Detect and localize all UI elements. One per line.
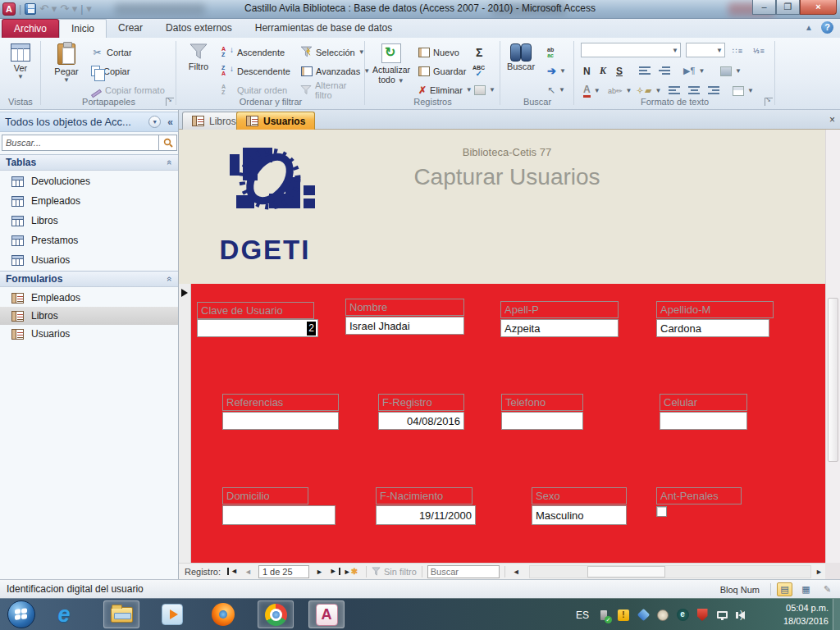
close-button[interactable]: × <box>800 0 837 15</box>
start-button[interactable] <box>3 600 39 628</box>
referencias-input[interactable] <box>222 412 339 430</box>
descendente-button[interactable]: ZA↓ Descendente <box>219 62 293 80</box>
apell-p-input[interactable] <box>500 319 619 337</box>
tab-datos-externos[interactable]: Datos externos <box>154 19 244 38</box>
seleccion-button[interactable]: Selección ▼ <box>298 43 368 61</box>
taskbar-chrome[interactable] <box>258 600 294 628</box>
font-size-select[interactable]: ▼ <box>686 43 725 57</box>
nav-search-input[interactable] <box>2 135 159 151</box>
copiar-formato-button[interactable]: Copiar formato <box>89 81 167 98</box>
dialog-launcher-icon[interactable] <box>166 98 174 106</box>
show-desktop-button[interactable] <box>833 599 840 630</box>
restore-button[interactable]: ❐ <box>776 0 800 15</box>
collapse-section-icon[interactable]: « <box>165 160 175 165</box>
first-record-button[interactable]: ◄ <box>227 568 241 575</box>
tab-archivo[interactable]: Archivo <box>2 19 59 38</box>
last-record-button[interactable]: ► <box>326 568 340 575</box>
collapse-section-icon[interactable]: « <box>165 276 175 281</box>
numbering-button[interactable]: ⅓≡ <box>751 43 768 60</box>
sync-icon[interactable] <box>637 609 650 622</box>
nav-pane-menu-icon[interactable]: ▼ <box>148 116 161 128</box>
quitar-orden-button[interactable]: AZ Quitar orden <box>219 81 290 98</box>
tab-crear[interactable]: Crear <box>107 19 154 38</box>
horizontal-scrollbar-thumb[interactable] <box>587 566 665 578</box>
record-search-input[interactable] <box>427 565 500 578</box>
filter-status[interactable]: Sin filtro <box>372 567 417 577</box>
new-record-button[interactable]: ►✱ <box>340 567 361 576</box>
copiar-button[interactable]: Copiar <box>89 62 132 80</box>
network-icon[interactable] <box>715 609 728 622</box>
italic-button[interactable]: K <box>597 62 609 80</box>
datasheet-view-button[interactable]: ▦ <box>798 582 814 596</box>
clave-input[interactable]: 2 <box>197 319 318 337</box>
horizontal-scrollbar[interactable] <box>529 565 811 578</box>
warning-icon[interactable]: ! <box>617 609 630 622</box>
bullets-button[interactable]: ∷≡ <box>730 43 746 60</box>
seleccionar-button[interactable]: ↖ ▼ <box>545 81 568 98</box>
underline-button[interactable]: S <box>614 62 625 80</box>
section-header-formularios[interactable]: Formularios « <box>0 271 178 287</box>
usb-device-icon[interactable]: ✓ <box>597 609 610 622</box>
pegar-button[interactable]: Pegar ▼ <box>48 41 85 95</box>
avanzadas-button[interactable]: Avanzadas ▼ <box>298 62 372 80</box>
telefono-input[interactable] <box>501 412 583 430</box>
sidebar-item-usuarios-tabla[interactable]: Usuarios <box>0 251 178 269</box>
tray-app-icon[interactable] <box>656 609 669 622</box>
volume-icon[interactable] <box>735 609 748 622</box>
nuevo-button[interactable]: Nuevo <box>416 43 462 61</box>
form-view-button[interactable]: ▤ <box>777 582 792 596</box>
nombre-input[interactable] <box>345 317 464 335</box>
record-position-box[interactable]: 1 de 25 <box>258 565 309 578</box>
taskbar-internet-explorer[interactable]: e <box>46 600 82 628</box>
domicilio-input[interactable] <box>222 505 336 525</box>
minimize-ribbon-icon[interactable]: ▲ <box>805 23 813 32</box>
design-view-button[interactable]: ✎ <box>819 582 835 596</box>
sidebar-item-usuarios-form[interactable]: Usuarios <box>0 325 178 343</box>
ver-button[interactable]: Ver ▼ <box>2 41 39 95</box>
ascendente-button[interactable]: AZ↓ Ascendente <box>219 43 287 61</box>
shutter-close-icon[interactable]: « <box>167 116 173 128</box>
language-indicator[interactable]: ES <box>576 609 589 621</box>
buscar-button[interactable]: Buscar <box>502 41 540 95</box>
increase-indent-button[interactable] <box>656 62 673 80</box>
sexo-input[interactable] <box>532 505 627 525</box>
dialog-launcher-icon[interactable] <box>765 98 773 106</box>
sidebar-item-empleados-form[interactable]: Empleados <box>0 289 178 307</box>
sidebar-item-libros-tabla[interactable]: Libros <box>0 212 178 230</box>
text-direction-button[interactable]: ▶¶▼ <box>681 62 707 80</box>
antivirus-eset-icon[interactable]: e <box>676 609 689 622</box>
actualizar-todo-button[interactable]: Actualizar todo ▼ <box>370 41 413 95</box>
font-name-select[interactable]: ▼ <box>581 43 681 57</box>
totales-button[interactable]: Σ <box>473 43 485 61</box>
minimize-button[interactable]: – <box>752 0 776 15</box>
security-shield-icon[interactable] <box>696 609 709 622</box>
doc-tab-usuarios[interactable]: Usuarios <box>236 112 315 130</box>
gridlines-button[interactable]: ▼ <box>718 62 744 80</box>
f-nacimiento-input[interactable] <box>376 505 476 525</box>
taskbar-access[interactable]: A <box>308 600 345 628</box>
mas-button[interactable]: ▼ <box>472 81 498 98</box>
taskbar-explorer[interactable] <box>103 600 139 628</box>
eliminar-button[interactable]: ✗ Eliminar ▼ <box>416 81 475 98</box>
previous-record-button[interactable]: ◄ <box>241 568 255 576</box>
reemplazar-button[interactable]: abac <box>545 43 556 61</box>
f-registro-input[interactable] <box>378 412 464 430</box>
search-icon[interactable] <box>159 135 177 151</box>
sidebar-item-libros-form[interactable]: Libros <box>0 307 178 325</box>
cortar-button[interactable]: ✂ Cortar <box>89 43 135 61</box>
nav-pane-header[interactable]: Todos los objetos de Acc... ▼ « <box>0 112 178 132</box>
bold-button[interactable]: N <box>581 62 593 80</box>
ant-penales-checkbox[interactable] <box>656 506 667 517</box>
ir-a-button[interactable]: ➔ ▼ <box>545 62 568 80</box>
vertical-scrollbar[interactable] <box>825 130 840 563</box>
record-selector-strip[interactable] <box>179 284 191 563</box>
sidebar-item-prestamos[interactable]: Prestamos <box>0 231 178 249</box>
guardar-button[interactable]: Guardar <box>416 62 468 80</box>
hscroll-left-arrow[interactable]: ◄ <box>510 568 523 576</box>
clock[interactable]: 05:04 p.m. 18/03/2016 <box>783 601 829 628</box>
help-icon[interactable]: ? <box>821 21 833 34</box>
close-document-icon[interactable]: × <box>826 114 838 126</box>
alternar-filtro-button[interactable]: Alternar filtro <box>298 81 365 98</box>
tab-inicio[interactable]: Inicio <box>59 19 107 38</box>
sidebar-item-empleados-tabla[interactable]: Empleados <box>0 192 178 210</box>
